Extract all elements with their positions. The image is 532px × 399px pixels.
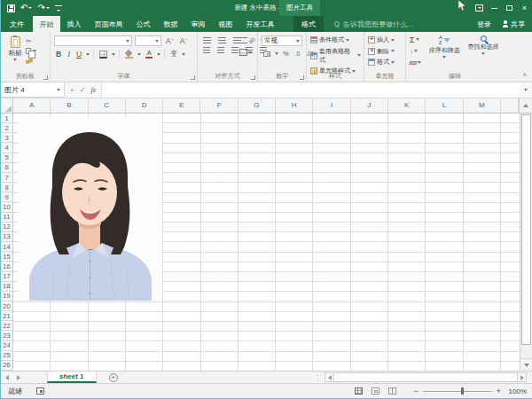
number-format-combo[interactable]: 常规 [262, 35, 302, 46]
scroll-up-button[interactable] [519, 98, 532, 113]
column-header[interactable]: F [200, 98, 238, 113]
row-header[interactable]: 26 [1, 361, 12, 371]
undo-icon[interactable]: ↶ [20, 4, 32, 12]
clipboard-dialog-launcher-icon[interactable] [43, 75, 48, 80]
row-header[interactable]: 24 [1, 341, 12, 351]
row-header[interactable]: 15 [1, 252, 12, 262]
ribbon-tab[interactable]: 开发工具 [239, 16, 281, 32]
ribbon-tab[interactable]: 公式 [129, 16, 157, 32]
increase-font-size-button[interactable]: Aˆ [164, 36, 176, 45]
find-select-button[interactable]: 查找和选择 [466, 35, 501, 71]
zoom-slider-thumb[interactable] [461, 387, 464, 395]
sheet-grid[interactable] [13, 113, 520, 371]
insert-cells-button[interactable]: 插入 [368, 35, 403, 44]
normal-view-button[interactable] [353, 386, 364, 396]
column-header[interactable]: A [13, 98, 51, 113]
ribbon-tab[interactable]: 审阅 [184, 16, 212, 32]
minimize-button[interactable] [487, 0, 502, 16]
vertical-scrollbar-thumb[interactable] [521, 114, 531, 345]
alignment-dialog-launcher-icon[interactable] [251, 75, 255, 80]
maximize-button[interactable] [502, 0, 517, 16]
row-header[interactable]: 5 [1, 153, 12, 163]
scroll-left-button[interactable] [325, 372, 334, 382]
italic-button[interactable]: I [66, 50, 72, 59]
previous-sheet-icon[interactable] [1, 372, 12, 383]
redo-icon[interactable]: ↷ [37, 4, 49, 12]
row-header[interactable]: 14 [1, 242, 12, 252]
horizontal-scrollbar[interactable] [325, 372, 527, 382]
column-header[interactable]: L [426, 98, 463, 113]
number-dialog-launcher-icon[interactable] [300, 75, 304, 80]
zoom-in-button[interactable]: + [497, 387, 501, 395]
font-name-combo[interactable] [54, 35, 132, 46]
tab-format-contextual[interactable]: 格式 [293, 16, 324, 32]
column-header-partial[interactable] [501, 98, 519, 113]
font-color-button[interactable]: A [144, 50, 154, 59]
cut-button[interactable]: ✂ [26, 37, 36, 45]
row-header[interactable]: 23 [1, 331, 12, 340]
sheet-tab-active[interactable]: sheet 1 [47, 372, 97, 383]
column-header[interactable]: B [51, 98, 88, 113]
align-left-button[interactable] [201, 47, 212, 53]
ribbon-tab[interactable]: 页面布局 [88, 16, 129, 32]
bold-button[interactable]: B [54, 50, 63, 59]
row-header[interactable]: 25 [1, 351, 12, 361]
horizontal-scrollbar-thumb[interactable] [334, 372, 517, 382]
middle-align-button[interactable] [216, 37, 228, 43]
ribbon-tab[interactable]: 数据 [157, 16, 184, 32]
tabbar-splitter-handle[interactable]: ⋮ [315, 374, 321, 381]
close-button[interactable]: × [517, 0, 532, 16]
ribbon-tab[interactable]: 视图 [212, 16, 239, 32]
borders-button[interactable] [98, 51, 109, 59]
vertical-scrollbar[interactable] [520, 113, 532, 371]
column-header[interactable]: I [313, 98, 350, 113]
select-all-corner[interactable] [1, 98, 13, 113]
row-header[interactable]: 8 [1, 183, 12, 192]
scroll-down-button[interactable] [520, 358, 532, 371]
share-button[interactable]: 共享 [502, 20, 525, 29]
column-header[interactable]: E [163, 98, 200, 113]
next-sheet-icon[interactable] [12, 372, 24, 383]
accounting-format-button[interactable] [262, 51, 272, 57]
clear-button[interactable] [410, 58, 423, 67]
row-header[interactable]: 3 [1, 133, 12, 143]
column-header[interactable]: H [276, 98, 313, 113]
insert-function-icon[interactable]: fx [90, 86, 96, 94]
row-header[interactable]: 12 [1, 223, 12, 232]
tab-file[interactable]: 文件 [1, 16, 33, 32]
customize-quick-access-icon[interactable] [55, 5, 62, 12]
cancel-icon[interactable]: × [70, 86, 74, 94]
row-header[interactable]: 21 [1, 311, 12, 321]
name-box[interactable]: 图片 4 [1, 82, 65, 98]
column-header[interactable]: C [89, 98, 126, 113]
wrap-text-button[interactable] [238, 37, 254, 43]
enter-icon[interactable]: ✓ [80, 86, 86, 94]
column-header[interactable]: G [239, 98, 276, 113]
phonetic-guide-button[interactable]: 变 [168, 50, 179, 59]
row-header[interactable]: 11 [1, 213, 12, 223]
paste-button[interactable]: 粘贴 [4, 35, 26, 71]
fill-button[interactable]: ↓ [410, 46, 423, 56]
collapse-ribbon-icon[interactable]: ˄ [522, 71, 527, 79]
font-dialog-launcher-icon[interactable] [191, 75, 195, 80]
top-align-button[interactable] [201, 37, 213, 43]
column-header[interactable]: K [388, 98, 426, 113]
zoom-slider[interactable] [423, 391, 492, 392]
column-header[interactable]: J [351, 98, 388, 113]
ribbon-display-options-button[interactable] [472, 0, 487, 16]
ribbon-tab[interactable]: 开始 [33, 16, 60, 32]
format-as-table-button[interactable]: 套用表格格式 [310, 47, 361, 65]
delete-cells-button[interactable]: 删除 [368, 47, 403, 56]
ribbon-tab[interactable]: 插入 [60, 16, 88, 32]
decrease-font-size-button[interactable]: Aˇ [178, 36, 190, 45]
save-icon[interactable] [7, 4, 15, 12]
zoom-out-button[interactable]: − [413, 387, 418, 395]
formula-input[interactable] [102, 82, 520, 98]
row-header[interactable]: 17 [1, 272, 12, 282]
merge-center-button[interactable] [238, 49, 254, 56]
copy-button[interactable] [26, 47, 36, 55]
format-cells-button[interactable]: 格式 [368, 58, 403, 66]
font-size-combo[interactable] [135, 35, 161, 46]
column-header[interactable]: D [126, 98, 163, 113]
row-header[interactable]: 7 [1, 173, 12, 183]
